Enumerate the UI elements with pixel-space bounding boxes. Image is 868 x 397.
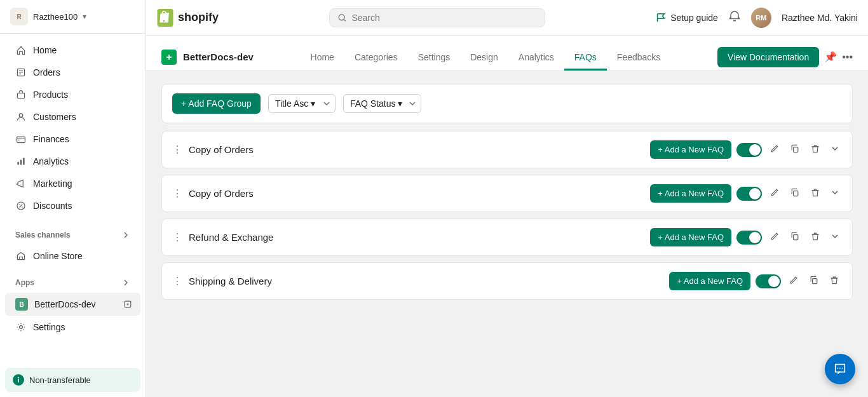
tab-home[interactable]: Home	[301, 46, 344, 71]
toggle-4[interactable]	[756, 274, 781, 288]
sidebar-item-online-store[interactable]: Online Store	[5, 245, 140, 267]
search-bar[interactable]	[329, 8, 545, 27]
delete-icon-1[interactable]	[808, 141, 823, 159]
svg-point-16	[20, 326, 23, 329]
sales-channels-label: Sales channels	[15, 231, 71, 239]
faq-group-name-2: Copy of Orders	[189, 188, 254, 199]
bell-icon	[728, 10, 741, 23]
non-transferable-banner: i Non-transferable	[5, 368, 140, 392]
toggle-knob-4	[768, 276, 780, 287]
non-transferable-text: Non-transferable	[29, 375, 91, 385]
faq-content: + Add FAQ Group Title Asc ▾ Title Desc D…	[146, 71, 868, 319]
faq-group-3: ⋮ Refund & Exchange + Add a New FAQ	[161, 219, 853, 256]
store-selector[interactable]: R Razthee100 ▾	[10, 8, 86, 25]
delete-icon-4[interactable]	[827, 273, 842, 290]
tab-analytics[interactable]: Analytics	[508, 46, 564, 71]
copy-icon-1[interactable]	[787, 141, 803, 159]
apps-chevron-right-icon	[121, 278, 130, 287]
more-options-icon[interactable]: •••	[842, 51, 853, 63]
sidebar-item-betterdocs[interactable]: B BetterDocs-dev	[5, 293, 140, 316]
sidebar-item-customers[interactable]: Customers	[5, 106, 140, 128]
sidebar-item-orders[interactable]: Orders	[5, 62, 140, 83]
avatar[interactable]: RM	[751, 8, 771, 28]
copy-icon-2[interactable]	[787, 185, 803, 203]
apps-section: Apps B BetterDocs-dev Settings	[0, 270, 146, 341]
expand-icon-1[interactable]	[828, 142, 842, 158]
sidebar-item-analytics[interactable]: Analytics	[5, 151, 140, 172]
notifications-button[interactable]	[728, 10, 741, 25]
faq-group-row-1: ⋮ Copy of Orders + Add a New FAQ	[162, 131, 852, 168]
tab-feedbacks[interactable]: Feedbacks	[607, 46, 670, 71]
svg-rect-24	[813, 278, 817, 283]
edit-icon-4[interactable]	[786, 273, 801, 290]
expand-icon-2[interactable]	[828, 185, 842, 201]
apps-section-label: Apps	[15, 278, 34, 287]
delete-icon-2[interactable]	[808, 185, 823, 203]
sales-channels-section: Sales channels Online Store	[0, 222, 146, 270]
sidebar-item-home[interactable]: Home	[5, 39, 140, 61]
edit-icon-3[interactable]	[767, 229, 782, 246]
chat-button[interactable]	[825, 354, 855, 384]
drag-handle-3[interactable]: ⋮	[172, 231, 182, 243]
edit-icon-1[interactable]	[767, 141, 782, 159]
view-documentation-button[interactable]: View Documentation	[717, 47, 819, 67]
faq-toolbar: + Add FAQ Group Title Asc ▾ Title Desc D…	[161, 84, 853, 123]
add-new-faq-1[interactable]: + Add a New FAQ	[650, 140, 731, 159]
tab-faqs[interactable]: FAQs	[564, 46, 607, 71]
toggle-2[interactable]	[736, 187, 762, 201]
drag-handle-4[interactable]: ⋮	[172, 275, 182, 287]
home-label: Home	[33, 45, 130, 55]
sales-channels-header[interactable]: Sales channels	[5, 225, 140, 245]
add-new-faq-4[interactable]: + Add a New FAQ	[669, 272, 750, 290]
svg-point-26	[839, 368, 841, 369]
toggle-knob-2	[749, 188, 761, 199]
toggle-knob-1	[749, 144, 761, 156]
sidebar-item-settings[interactable]: Settings	[5, 316, 140, 338]
store-avatar: R	[10, 8, 28, 25]
apps-header[interactable]: Apps	[5, 273, 140, 292]
svg-rect-22	[794, 191, 798, 196]
add-new-faq-2[interactable]: + Add a New FAQ	[650, 184, 731, 203]
faq-group-right-3: + Add a New FAQ	[650, 228, 842, 246]
tab-categories[interactable]: Categories	[344, 46, 408, 71]
drag-handle-1[interactable]: ⋮	[172, 144, 182, 156]
user-name[interactable]: Razthee Md. Yakini	[782, 13, 858, 23]
customers-label: Customers	[33, 112, 130, 122]
pin-icon[interactable]: 📌	[824, 51, 837, 63]
app-logo-icon	[161, 50, 177, 65]
sidebar-item-discounts[interactable]: Discounts	[5, 195, 140, 217]
copy-icon-3[interactable]	[787, 229, 803, 246]
marketing-icon	[15, 178, 27, 189]
app-header: BetterDocs-dev Home Categories Settings …	[146, 36, 868, 71]
faq-group-right-4: + Add a New FAQ	[669, 272, 842, 290]
svg-point-5	[19, 114, 23, 118]
tab-design[interactable]: Design	[460, 46, 508, 71]
toggle-3[interactable]	[736, 231, 762, 245]
search-input[interactable]	[351, 13, 536, 23]
orders-label: Orders	[33, 67, 130, 77]
status-select[interactable]: FAQ Status ▾ Active Inactive	[343, 94, 421, 113]
faq-group-row-3: ⋮ Refund & Exchange + Add a New FAQ	[162, 219, 852, 255]
sidebar-item-products[interactable]: Products	[5, 84, 140, 105]
svg-point-27	[842, 368, 843, 369]
edit-icon-2[interactable]	[767, 185, 782, 203]
add-new-faq-3[interactable]: + Add a New FAQ	[650, 228, 731, 246]
products-label: Products	[33, 90, 130, 100]
marketing-label: Marketing	[33, 178, 130, 189]
avatar-initials: RM	[751, 8, 771, 28]
setup-guide-button[interactable]: Setup guide	[655, 12, 718, 24]
sort-select[interactable]: Title Asc ▾ Title Desc Date Asc Date Des…	[268, 94, 336, 113]
delete-icon-3[interactable]	[808, 229, 823, 246]
expand-icon-3[interactable]	[828, 229, 842, 245]
toggle-1[interactable]	[736, 143, 762, 157]
faq-group-row-4: ⋮ Shipping & Delivery + Add a New FAQ	[162, 263, 852, 299]
copy-icon-4[interactable]	[806, 273, 822, 290]
finances-icon	[15, 133, 27, 145]
add-faq-group-button[interactable]: + Add FAQ Group	[172, 93, 261, 114]
app-title: BetterDocs-dev	[183, 51, 254, 62]
drag-handle-2[interactable]: ⋮	[172, 187, 182, 199]
svg-point-25	[837, 368, 838, 369]
tab-settings[interactable]: Settings	[408, 46, 461, 71]
sidebar-item-marketing[interactable]: Marketing	[5, 173, 140, 194]
sidebar-item-finances[interactable]: Finances	[5, 128, 140, 150]
